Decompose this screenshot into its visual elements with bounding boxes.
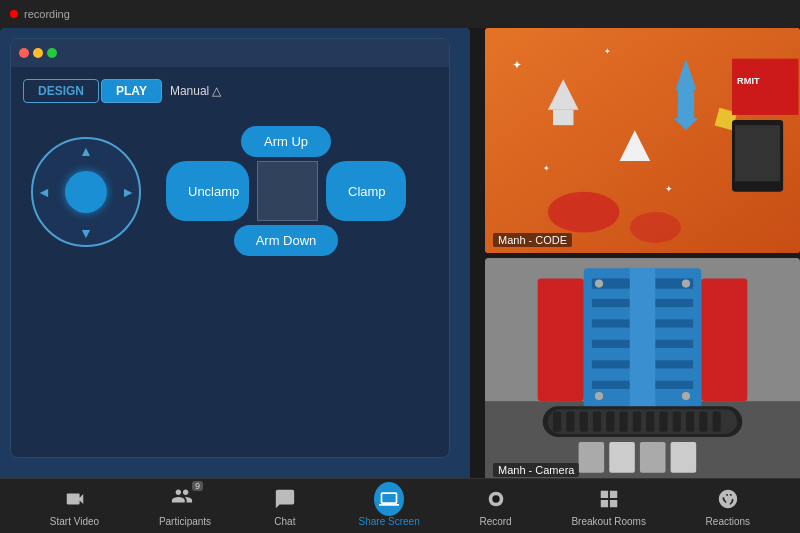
- svg-rect-45: [673, 411, 681, 431]
- reactions-tool[interactable]: Reactions: [706, 485, 750, 527]
- participants-tool[interactable]: 9 Participants: [159, 485, 211, 527]
- svg-rect-46: [686, 411, 694, 431]
- svg-rect-41: [619, 411, 627, 431]
- chat-tool[interactable]: Chat: [271, 485, 299, 527]
- chat-label: Chat: [274, 516, 295, 527]
- svg-rect-44: [659, 411, 667, 431]
- joystick-arrow-right: ►: [121, 184, 135, 200]
- emoji-icon: [717, 488, 739, 510]
- svg-point-19: [630, 212, 681, 243]
- svg-rect-54: [701, 278, 747, 401]
- record-circle-icon: [485, 488, 507, 510]
- app-titlebar: [11, 39, 449, 67]
- titlebar-minimize-dot: [33, 48, 43, 58]
- joystick-arrow-up: ▲: [79, 143, 93, 159]
- mode-tabs: DESIGN PLAY Manual △: [23, 79, 437, 103]
- svg-rect-29: [630, 268, 656, 411]
- joystick-inner[interactable]: [65, 171, 107, 213]
- svg-text:✦: ✦: [512, 58, 522, 72]
- breakout-icon: [598, 488, 620, 510]
- robot-scene-svg: [485, 258, 800, 483]
- start-video-tool[interactable]: Start Video: [50, 485, 99, 527]
- manual-select[interactable]: Manual △: [170, 84, 221, 98]
- participants-icon-wrap: 9: [171, 485, 199, 513]
- breakout-rooms-label: Breakout Rooms: [571, 516, 645, 527]
- record-tool[interactable]: Record: [479, 485, 511, 527]
- app-body: DESIGN PLAY Manual △ ▲ ▼ ◄ ►: [11, 67, 449, 457]
- arm-down-row: Arm Down: [166, 225, 406, 256]
- middle-row: Unclamp Clamp: [166, 161, 406, 221]
- joystick-arrow-down: ▼: [79, 225, 93, 241]
- svg-rect-50: [609, 442, 635, 473]
- breakout-rooms-icon: [595, 485, 623, 513]
- joystick-arrow-left: ◄: [37, 184, 51, 200]
- start-video-icon: [61, 485, 89, 513]
- control-buttons: Arm Up Unclamp Clamp Arm Down: [166, 122, 406, 260]
- svg-rect-3: [678, 87, 694, 118]
- svg-point-18: [548, 192, 620, 233]
- joystick-area[interactable]: ▲ ▼ ◄ ►: [31, 137, 141, 247]
- arm-up-row: Arm Up: [166, 126, 406, 157]
- svg-rect-53: [538, 278, 584, 401]
- participants-label: Participants: [159, 516, 211, 527]
- svg-text:✦: ✦: [604, 47, 611, 56]
- svg-rect-51: [640, 442, 666, 473]
- svg-point-31: [682, 279, 690, 287]
- top-bar: recording: [0, 0, 800, 28]
- svg-rect-52: [671, 442, 697, 473]
- record-icon: [482, 485, 510, 513]
- start-video-label: Start Video: [50, 516, 99, 527]
- share-screen-icon: [375, 485, 403, 513]
- participant-count: 9: [192, 481, 203, 491]
- reactions-icon: [714, 485, 742, 513]
- space-scene: ✦ ✦ ✦ ✦ ✦ RMIT: [485, 28, 800, 253]
- participants-icon: [171, 485, 193, 507]
- arm-up-button[interactable]: Arm Up: [241, 126, 331, 157]
- share-screen-label: Share Screen: [359, 516, 420, 527]
- clamp-button[interactable]: Clamp: [326, 161, 406, 221]
- video-bottom-label: Manh - Camera: [493, 463, 579, 477]
- chat-bubble-icon: [274, 488, 296, 510]
- share-icon: [379, 489, 399, 509]
- svg-point-33: [682, 392, 690, 400]
- breakout-rooms-tool[interactable]: Breakout Rooms: [571, 485, 645, 527]
- chat-icon: [271, 485, 299, 513]
- titlebar-maximize-dot: [47, 48, 57, 58]
- unclamp-button[interactable]: Unclamp: [166, 161, 249, 221]
- joystick-outer[interactable]: ▲ ▼ ◄ ►: [31, 137, 141, 247]
- svg-text:✦: ✦: [666, 184, 674, 194]
- video-panel: ✦ ✦ ✦ ✦ ✦ RMIT Manh - CODE: [485, 28, 800, 483]
- svg-rect-47: [699, 411, 707, 431]
- space-scene-svg: ✦ ✦ ✦ ✦ ✦ RMIT: [485, 28, 800, 253]
- svg-text:RMIT: RMIT: [737, 76, 760, 86]
- reactions-label: Reactions: [706, 516, 750, 527]
- arm-visual-placeholder: [257, 161, 318, 221]
- video-top-label: Manh - CODE: [493, 233, 572, 247]
- svg-rect-38: [580, 411, 588, 431]
- toolbar: Start Video 9 Participants Chat S: [0, 478, 800, 533]
- svg-rect-36: [553, 411, 561, 431]
- svg-rect-49: [579, 442, 605, 473]
- video-tile-camera: Manh - Camera: [485, 258, 800, 483]
- svg-point-32: [595, 392, 603, 400]
- svg-text:✦: ✦: [543, 164, 550, 173]
- record-label: Record: [479, 516, 511, 527]
- play-tab[interactable]: PLAY: [101, 79, 162, 103]
- svg-rect-42: [633, 411, 641, 431]
- svg-point-56: [492, 495, 499, 502]
- control-app: DESIGN PLAY Manual △ ▲ ▼ ◄ ►: [10, 38, 450, 458]
- arm-down-button[interactable]: Arm Down: [234, 225, 339, 256]
- design-tab[interactable]: DESIGN: [23, 79, 99, 103]
- main-area: DESIGN PLAY Manual △ ▲ ▼ ◄ ►: [0, 28, 800, 483]
- share-screen-tool[interactable]: Share Screen: [359, 485, 420, 527]
- shared-screen: DESIGN PLAY Manual △ ▲ ▼ ◄ ►: [0, 28, 470, 483]
- svg-rect-43: [646, 411, 654, 431]
- svg-rect-37: [566, 411, 574, 431]
- svg-rect-39: [593, 411, 601, 431]
- svg-rect-16: [732, 59, 798, 115]
- svg-rect-15: [735, 125, 780, 181]
- svg-point-30: [595, 279, 603, 287]
- video-camera-icon: [64, 488, 86, 510]
- recording-dot: [10, 10, 18, 18]
- svg-rect-40: [606, 411, 614, 431]
